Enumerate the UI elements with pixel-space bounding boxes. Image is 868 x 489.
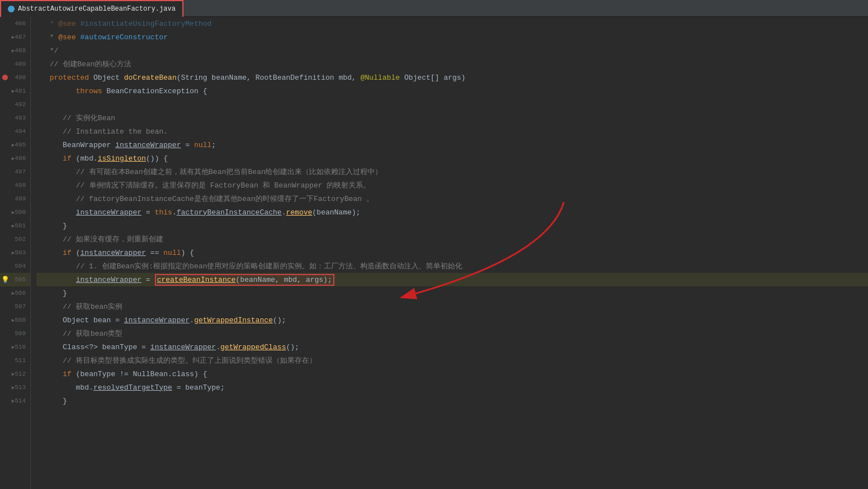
code-line-509: // 获取bean类型 <box>36 327 868 340</box>
code-line-508: Object bean = instanceWrapper.getWrapped… <box>36 313 868 327</box>
line-509: 509 <box>0 327 30 340</box>
active-tab[interactable]: AbstractAutowireCapableBeanFactory.java <box>0 0 183 17</box>
code-line-496: if (mbd.isSingleton()) { <box>36 152 868 165</box>
code-line-503: if (instanceWrapper == null) { <box>36 246 868 259</box>
line-507: 507 <box>0 300 30 313</box>
code-area: 486 ▶ 487 ▶ 488 489 490 ▶ 491 492 493 49… <box>0 17 868 489</box>
line-512: ▶ 512 <box>0 367 30 381</box>
code-line-486: * @see #instantiateUsingFactoryMethod <box>36 17 868 30</box>
line-494: 494 <box>0 125 30 138</box>
code-line-505: instanceWrapper = createBeanInstance(bea… <box>36 273 868 286</box>
code-line-494: // Instantiate the bean. <box>36 125 868 138</box>
line-502: 502 <box>0 232 30 246</box>
line-493: 493 <box>0 111 30 125</box>
java-file-icon <box>8 6 15 12</box>
code-line-514: } <box>36 394 868 408</box>
code-line-489: // 创建Bean的核心方法 <box>36 57 868 71</box>
code-line-497: // 有可能在本Bean创建之前，就有其他Bean把当前Bean给创建出来（比如… <box>36 165 868 179</box>
code-line-510: Class<?> beanType = instanceWrapper.getW… <box>36 340 868 354</box>
code-line-504: // 1. 创建Bean实例:根据指定的bean使用对应的策略创建新的实例。如：… <box>36 259 868 273</box>
line-489: 489 <box>0 57 30 71</box>
line-505: 💡 505 <box>0 273 30 286</box>
line-492: 492 <box>0 98 30 111</box>
line-499: 499 <box>0 192 30 205</box>
line-500: ▶ 500 <box>0 205 30 219</box>
code-line-499: // factoryBeanInstanceCache是在创建其他bean的时候… <box>36 192 868 205</box>
tab-filename: AbstractAutowireCapableBeanFactory.java <box>18 5 176 13</box>
line-498: 498 <box>0 179 30 192</box>
code-line-492 <box>36 98 868 111</box>
line-491: ▶ 491 <box>0 84 30 98</box>
line-496: ▶ 496 <box>0 152 30 165</box>
line-506: ▶ 506 <box>0 286 30 300</box>
line-487: ▶ 487 <box>0 30 30 44</box>
code-line-513: mbd.resolvedTargetType = beanType; <box>36 381 868 394</box>
line-503: ▶ 503 <box>0 246 30 259</box>
line-488: ▶ 488 <box>0 44 30 57</box>
line-510: ▶ 510 <box>0 340 30 354</box>
line-508: ▶ 508 <box>0 313 30 327</box>
line-501: ▶ 501 <box>0 219 30 232</box>
code-line-511: // 将目标类型替换成实际生成的类型。纠正了上面说到类型错误（如果存在） <box>36 354 868 367</box>
code-line-498: // 单例情况下清除缓存。这里保存的是 FactoryBean 和 BeanWr… <box>36 179 868 192</box>
line-486: 486 <box>0 17 30 30</box>
code-line-502: // 如果没有缓存，则重新创建 <box>36 232 868 246</box>
code-line-507: // 获取bean实例 <box>36 300 868 313</box>
bulb-icon-505[interactable]: 💡 <box>1 276 10 284</box>
code-line-495: BeanWrapper instanceWrapper = null; <box>36 138 868 152</box>
line-511: 511 <box>0 354 30 367</box>
code-line-506: } <box>36 286 868 300</box>
code-line-512: if (beanType != NullBean.class) { <box>36 367 868 381</box>
code-line-491: throws BeanCreationException { <box>36 84 868 98</box>
code-line-488: */ <box>36 44 868 57</box>
line-490: 490 <box>0 71 30 84</box>
line-513: ▶ 513 <box>0 381 30 394</box>
code-editor[interactable]: * @see #instantiateUsingFactoryMethod * … <box>31 17 868 489</box>
line-numbers: 486 ▶ 487 ▶ 488 489 490 ▶ 491 492 493 49… <box>0 17 31 489</box>
code-line-487: * @see #autowireConstructor <box>36 30 868 44</box>
line-495: ▶ 495 <box>0 138 30 152</box>
line-504: 504 <box>0 259 30 273</box>
line-514: ▶ 514 <box>0 394 30 408</box>
code-line-500: instanceWrapper = this.factoryBeanInstan… <box>36 205 868 219</box>
breakpoint-490 <box>2 75 8 80</box>
code-line-490: protected Object doCreateBean(String bea… <box>36 71 868 84</box>
code-line-501: } <box>36 219 868 232</box>
tab-bar: AbstractAutowireCapableBeanFactory.java <box>0 0 868 17</box>
code-line-493: // 实例化Bean <box>36 111 868 125</box>
line-497: 497 <box>0 165 30 179</box>
